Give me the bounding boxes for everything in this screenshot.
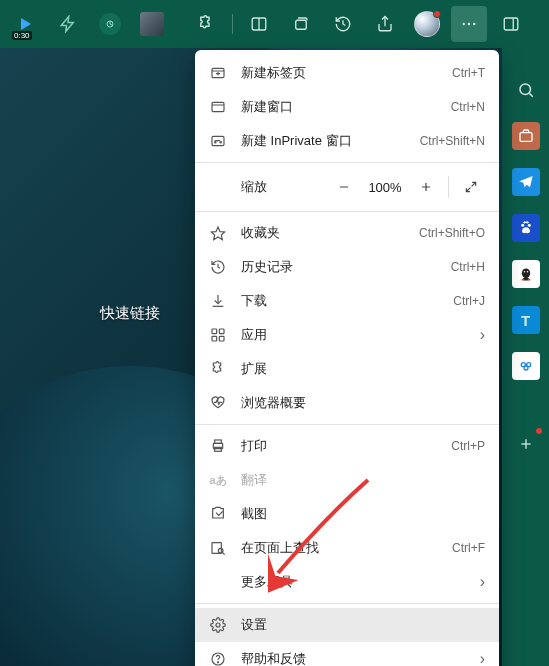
- menu-shortcut: Ctrl+N: [451, 100, 485, 114]
- menu-item-more-tools[interactable]: 更多工具 ›: [195, 565, 499, 599]
- menu-label: 新建 InPrivate 窗口: [241, 132, 406, 150]
- sidebar-search-button[interactable]: [512, 76, 540, 104]
- svg-point-52: [218, 548, 223, 553]
- menu-label: 历史记录: [241, 258, 437, 276]
- history-icon: [209, 258, 227, 276]
- menu-item-apps[interactable]: 应用 ›: [195, 318, 499, 352]
- svg-rect-46: [212, 336, 217, 341]
- menu-shortcut: Ctrl+F: [452, 541, 485, 555]
- menu-item-help[interactable]: 帮助和反馈 ›: [195, 642, 499, 666]
- menu-label: 翻译: [241, 471, 485, 489]
- menu-shortcut: Ctrl+P: [451, 439, 485, 453]
- svg-rect-49: [215, 440, 222, 443]
- sidebar-qq-button[interactable]: [512, 260, 540, 288]
- menu-button[interactable]: [451, 6, 487, 42]
- collections-button[interactable]: [283, 6, 319, 42]
- svg-rect-47: [219, 336, 224, 341]
- svg-rect-3: [296, 20, 307, 29]
- svg-point-5: [463, 23, 465, 25]
- extensions-puzzle-button[interactable]: [188, 6, 224, 42]
- menu-item-favorites[interactable]: 收藏夹 Ctrl+Shift+O: [195, 216, 499, 250]
- svg-point-21: [523, 271, 525, 273]
- menu-item-new-inprivate[interactable]: 新建 InPrivate 窗口 Ctrl+Shift+N: [195, 124, 499, 158]
- menu-item-find[interactable]: 在页面上查找 Ctrl+F: [195, 531, 499, 565]
- video-extension-button[interactable]: 0:30: [8, 6, 44, 42]
- svg-point-7: [473, 23, 475, 25]
- menu-divider: [195, 162, 499, 163]
- zoom-out-button[interactable]: [326, 171, 362, 203]
- print-icon: [209, 437, 227, 455]
- help-icon: [209, 650, 227, 666]
- menu-item-print[interactable]: 打印 Ctrl+P: [195, 429, 499, 463]
- svg-point-6: [468, 23, 470, 25]
- quick-links-label[interactable]: 快速链接: [100, 304, 160, 323]
- play-icon: [21, 18, 31, 30]
- sidebar-telegram-button[interactable]: [512, 168, 540, 196]
- find-icon: [209, 539, 227, 557]
- menu-shortcut: Ctrl+Shift+N: [420, 134, 485, 148]
- puzzle-icon: [209, 360, 227, 378]
- blank-icon: [209, 573, 227, 591]
- svg-point-54: [216, 623, 220, 627]
- svg-rect-12: [520, 133, 532, 142]
- video-duration: 0:30: [12, 31, 32, 40]
- menu-label: 新建窗口: [241, 98, 437, 116]
- svg-line-53: [223, 553, 225, 555]
- svg-point-17: [521, 268, 529, 278]
- svg-point-19: [521, 279, 524, 281]
- menu-item-new-tab[interactable]: 新建标签页 Ctrl+T: [195, 56, 499, 90]
- menu-shortcut: Ctrl+H: [451, 260, 485, 274]
- profile-button[interactable]: [409, 6, 445, 42]
- menu-label: 在页面上查找: [241, 539, 438, 557]
- screenshot-icon: [209, 505, 227, 523]
- menu-item-extensions[interactable]: 扩展: [195, 352, 499, 386]
- menu-item-translate[interactable]: aあ 翻译: [195, 463, 499, 497]
- menu-label: 浏览器概要: [241, 394, 485, 412]
- menu-divider: [195, 211, 499, 212]
- separator: [232, 14, 233, 34]
- menu-item-performance[interactable]: 浏览器概要: [195, 386, 499, 420]
- menu-item-downloads[interactable]: 下载 Ctrl+J: [195, 284, 499, 318]
- inprivate-icon: [209, 132, 227, 150]
- fullscreen-button[interactable]: [453, 171, 489, 203]
- chevron-right-icon: ›: [475, 326, 485, 344]
- sidebar-app-button[interactable]: T: [512, 306, 540, 334]
- sidebar-add-button[interactable]: [512, 430, 540, 458]
- menu-item-screenshot[interactable]: 截图: [195, 497, 499, 531]
- svg-point-13: [521, 224, 524, 227]
- extension-button-2[interactable]: [92, 6, 128, 42]
- svg-point-56: [217, 662, 218, 663]
- sidebar-briefcase-button[interactable]: [512, 122, 540, 150]
- separator: [448, 176, 449, 198]
- chevron-right-icon: ›: [475, 573, 485, 591]
- menu-divider: [195, 424, 499, 425]
- svg-point-16: [526, 221, 528, 223]
- sidebar-cloud-button[interactable]: [512, 352, 540, 380]
- menu-label: 更多工具: [241, 573, 461, 591]
- svg-rect-45: [219, 329, 224, 334]
- sidebar-toggle-button[interactable]: [493, 6, 529, 42]
- menu-label: 设置: [241, 616, 485, 634]
- svg-point-25: [524, 366, 528, 370]
- menu-item-history[interactable]: 历史记录 Ctrl+H: [195, 250, 499, 284]
- svg-marker-42: [211, 227, 224, 240]
- menu-label: 新建标签页: [241, 64, 438, 82]
- new-window-icon: [209, 98, 227, 116]
- menu-item-new-window[interactable]: 新建窗口 Ctrl+N: [195, 90, 499, 124]
- menu-label: 帮助和反馈: [241, 650, 461, 666]
- menu-item-settings[interactable]: 设置: [195, 608, 499, 642]
- svg-rect-50: [215, 447, 222, 451]
- svg-point-35: [215, 142, 216, 143]
- share-button[interactable]: [367, 6, 403, 42]
- menu-label: 截图: [241, 505, 485, 523]
- sidebar-baidu-button[interactable]: [512, 214, 540, 242]
- extension-button-1[interactable]: [50, 6, 86, 42]
- zoom-in-button[interactable]: [408, 171, 444, 203]
- translate-icon: aあ: [209, 471, 227, 489]
- menu-divider: [195, 603, 499, 604]
- svg-rect-32: [212, 102, 224, 111]
- svg-point-14: [527, 224, 530, 227]
- split-screen-button[interactable]: [241, 6, 277, 42]
- history-button[interactable]: [325, 6, 361, 42]
- extension-button-avatar[interactable]: [134, 6, 170, 42]
